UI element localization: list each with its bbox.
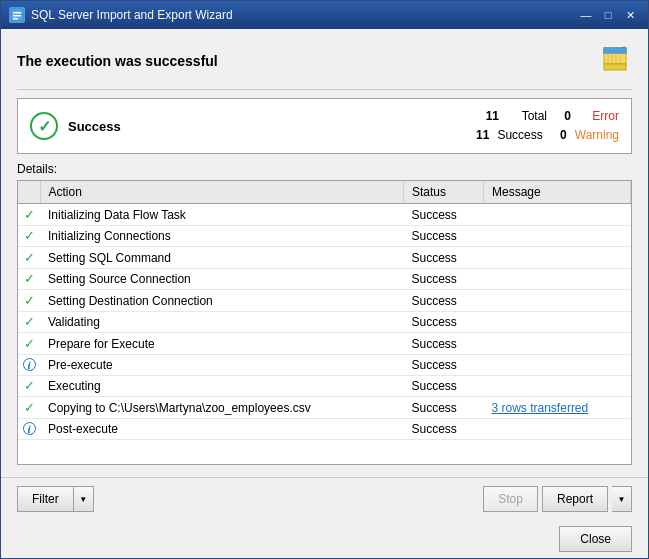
status-cell: Success	[404, 268, 484, 290]
table-body: ✓Initializing Data Flow TaskSuccess✓Init…	[18, 204, 631, 440]
maximize-button[interactable]: □	[598, 7, 618, 23]
svg-rect-6	[604, 48, 626, 53]
success-row-icon: ✓	[22, 207, 36, 221]
database-icon	[594, 44, 632, 81]
details-section: Details: Action Status Message ✓Initiali…	[17, 162, 632, 465]
success-row-icon: ✓	[22, 250, 36, 264]
success-row-icon: ✓	[22, 400, 36, 414]
message-cell	[484, 225, 631, 247]
status-cell: Success	[404, 397, 484, 419]
action-cell: Setting Source Connection	[40, 268, 404, 290]
window-title: SQL Server Import and Export Wizard	[31, 8, 233, 22]
row-icon-cell: ✓	[18, 268, 40, 290]
col-message: Message	[484, 181, 631, 204]
row-icon-cell: i	[18, 418, 40, 439]
success-row-icon: ✓	[22, 229, 36, 243]
error-label: Error	[579, 107, 619, 126]
status-cell: Success	[404, 290, 484, 312]
message-cell	[484, 311, 631, 333]
status-cell: Success	[404, 204, 484, 226]
header-section: The execution was successful ✓	[17, 41, 632, 90]
message-cell	[484, 204, 631, 226]
header-icon-area: ✓	[584, 41, 632, 81]
message-link[interactable]: 3 rows transferred	[492, 401, 589, 415]
message-cell	[484, 268, 631, 290]
table-row: ✓Copying to C:\Users\Martyna\zoo_employe…	[18, 397, 631, 419]
count-row-total-error: 11 Total 0 Error	[473, 107, 619, 126]
warning-label: Warning	[575, 126, 619, 145]
action-cell: Validating	[40, 311, 404, 333]
table-row: ✓ExecutingSuccess	[18, 375, 631, 397]
main-window: SQL Server Import and Export Wizard — □ …	[0, 0, 649, 559]
action-cell: Executing	[40, 375, 404, 397]
row-icon-cell: ✓	[18, 375, 40, 397]
info-row-icon: i	[23, 422, 36, 435]
status-cell: Success	[404, 333, 484, 355]
content-area: The execution was successful ✓	[1, 29, 648, 477]
table-row: iPost-executeSuccess	[18, 418, 631, 439]
status-counts: 11 Total 0 Error 11 Success 0 Warning	[473, 107, 619, 145]
table-row: ✓Initializing ConnectionsSuccess	[18, 225, 631, 247]
svg-rect-2	[13, 15, 21, 17]
filter-button[interactable]: Filter	[17, 486, 74, 512]
window-controls: — □ ✕	[576, 7, 640, 23]
info-row-icon: i	[23, 358, 36, 371]
footer-right-buttons: Stop Report ▼	[483, 486, 632, 512]
col-icon	[18, 181, 40, 204]
action-cell: Initializing Data Flow Task	[40, 204, 404, 226]
action-cell: Initializing Connections	[40, 225, 404, 247]
bottom-footer: Close	[1, 520, 648, 558]
details-table: Action Status Message ✓Initializing Data…	[18, 181, 631, 440]
action-cell: Setting Destination Connection	[40, 290, 404, 312]
col-action: Action	[40, 181, 404, 204]
page-title: The execution was successful	[17, 53, 218, 69]
svg-rect-1	[13, 12, 21, 14]
action-cell: Post-execute	[40, 418, 404, 439]
success-row-icon: ✓	[22, 293, 36, 307]
success-icon: ✓	[30, 112, 58, 140]
close-button[interactable]: Close	[559, 526, 632, 552]
filter-arrow-button[interactable]: ▼	[74, 486, 94, 512]
details-table-container[interactable]: Action Status Message ✓Initializing Data…	[17, 180, 632, 465]
status-left: ✓ Success	[30, 112, 121, 140]
count-row-success-warning: 11 Success 0 Warning	[473, 126, 619, 145]
message-cell	[484, 418, 631, 439]
row-icon-cell: ✓	[18, 247, 40, 269]
minimize-button[interactable]: —	[576, 7, 596, 23]
success-row-icon: ✓	[22, 379, 36, 393]
action-cell: Setting SQL Command	[40, 247, 404, 269]
success-row-icon: ✓	[22, 315, 36, 329]
table-row: iPre-executeSuccess	[18, 354, 631, 375]
table-row: ✓Prepare for ExecuteSuccess	[18, 333, 631, 355]
message-cell	[484, 290, 631, 312]
report-arrow-button[interactable]: ▼	[612, 486, 632, 512]
status-cell: Success	[404, 354, 484, 375]
message-cell	[484, 375, 631, 397]
status-panel: ✓ Success 11 Total 0 Error 11 Success 0 …	[17, 98, 632, 154]
row-icon-cell: ✓	[18, 204, 40, 226]
action-cell: Prepare for Execute	[40, 333, 404, 355]
status-cell: Success	[404, 247, 484, 269]
title-bar-left: SQL Server Import and Export Wizard	[9, 7, 233, 23]
footer-left-buttons: Filter ▼	[17, 486, 94, 512]
row-icon-cell: ✓	[18, 311, 40, 333]
table-row: ✓Initializing Data Flow TaskSuccess	[18, 204, 631, 226]
table-row: ✓Setting Source ConnectionSuccess	[18, 268, 631, 290]
details-label: Details:	[17, 162, 632, 176]
row-icon-cell: ✓	[18, 290, 40, 312]
status-cell: Success	[404, 311, 484, 333]
window-close-button[interactable]: ✕	[620, 7, 640, 23]
message-cell[interactable]: 3 rows transferred	[484, 397, 631, 419]
success-row-icon: ✓	[22, 336, 36, 350]
error-count: 0	[555, 107, 571, 126]
action-cell: Pre-execute	[40, 354, 404, 375]
table-row: ✓Setting Destination ConnectionSuccess	[18, 290, 631, 312]
status-label: Success	[68, 119, 121, 134]
table-row: ✓Setting SQL CommandSuccess	[18, 247, 631, 269]
col-status: Status	[404, 181, 484, 204]
report-button[interactable]: Report	[542, 486, 608, 512]
stop-button[interactable]: Stop	[483, 486, 538, 512]
success-count-label: Success	[497, 126, 542, 145]
row-icon-cell: i	[18, 354, 40, 375]
title-bar: SQL Server Import and Export Wizard — □ …	[1, 1, 648, 29]
